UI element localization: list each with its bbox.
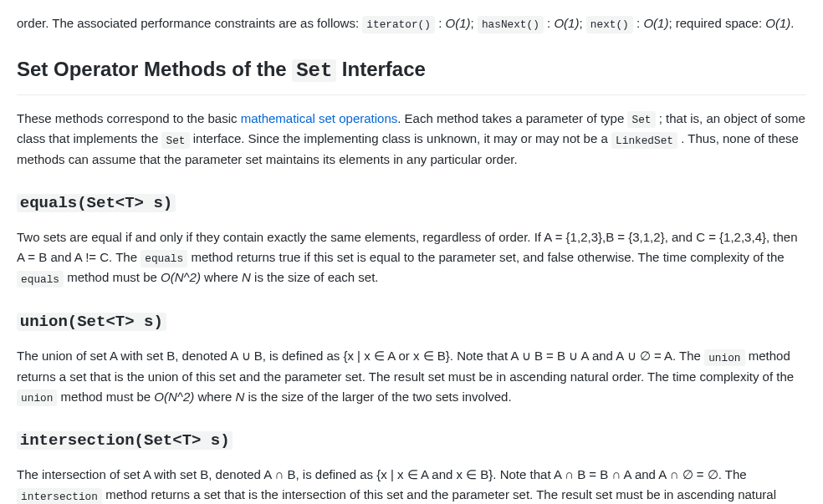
code-next: next() [586,16,633,33]
method-heading-union: union(Set<T> s) [17,308,806,334]
text: . Each method takes a parameter of type [397,111,627,125]
code-hasnext: hasNext() [478,16,544,33]
text: where [201,270,242,284]
method-signature: equals(Set<T> s) [17,194,176,212]
heading-text: Interface [336,58,426,80]
code-set: Set [627,111,655,128]
text: The intersection of set A with set B, de… [17,467,747,481]
big-o: O(N^2) [161,270,201,284]
big-o: O(1) [445,16,470,30]
union-description: The union of set A with set B, denoted A… [17,346,806,407]
text: These methods correspond to the basic [17,111,241,125]
code-equals: equals [17,271,64,288]
big-o: O(N^2) [154,389,194,404]
intro-paragraph: These methods correspond to the basic ma… [17,109,806,170]
code-union: union [17,389,57,406]
text: The union of set A with set B, denoted A… [17,349,704,363]
heading-code-set: Set [292,59,336,82]
code-equals: equals [141,250,187,267]
intersection-description: The intersection of set A with set B, de… [17,465,806,504]
section-heading-set-operator-methods: Set Operator Methods of the Set Interfac… [17,53,806,94]
var-n: N [235,389,244,404]
code-intersection: intersection [17,488,102,504]
text: : [435,16,446,30]
method-heading-equals: equals(Set<T> s) [17,190,806,216]
text: : [633,16,644,30]
text: . [790,16,794,30]
text: method returns true if this set is equal… [187,250,784,264]
heading-text: Set Operator Methods of the [17,58,292,80]
text: interface. Since the implementing class … [190,131,611,145]
method-signature: union(Set<T> s) [17,313,166,331]
big-o: O(1) [643,16,668,30]
method-heading-intersection: intersection(Set<T> s) [17,427,806,453]
big-o: O(1) [554,16,579,30]
big-o: O(1) [765,16,790,30]
text: is the size of the larger of the two set… [244,389,511,404]
code-linkedset: LinkedSet [611,132,677,149]
text: order. The associated performance constr… [17,16,362,30]
method-signature: intersection(Set<T> s) [17,431,233,450]
text: ; [579,16,585,30]
text: : [544,16,555,30]
equals-description: Two sets are equal if and only if they c… [17,227,806,288]
text: method must be [64,270,161,284]
var-n: N [242,270,251,284]
text: ; required space: [668,16,765,30]
code-union: union [704,349,744,366]
text: ; [470,16,477,30]
link-mathematical-set-operations[interactable]: mathematical set operations [241,111,398,125]
iterator-constraints-fragment: order. The associated performance constr… [17,13,806,33]
text: method must be [57,389,154,404]
code-iterator: iterator() [362,16,435,33]
code-set: Set [161,132,189,149]
text: method returns a set that is the interse… [17,487,776,504]
text: is the size of each set. [251,270,379,284]
text: where [194,389,235,404]
